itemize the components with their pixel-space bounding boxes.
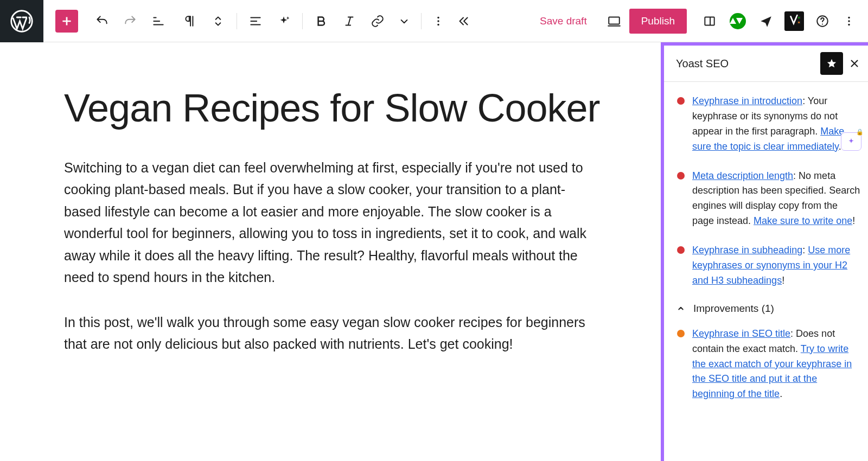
help-button[interactable]: [809, 8, 835, 34]
svg-point-2: [437, 20, 439, 22]
save-draft-button[interactable]: Save draft: [540, 15, 587, 27]
sparkle-icon: [277, 14, 291, 28]
seo-analysis-item: Keyphrase in introduction: Your keyphras…: [677, 94, 861, 155]
redo-button[interactable]: [117, 8, 143, 34]
svg-point-7: [797, 21, 800, 23]
close-icon[interactable]: [848, 57, 860, 69]
seo-item-text: Keyphrase in subheading: Use more keyphr…: [692, 243, 861, 289]
ai-assist-button[interactable]: [271, 8, 297, 34]
seo-analysis-list: Keyphrase in introduction: Your keyphras…: [664, 82, 868, 461]
post-content[interactable]: Switching to a vegan diet can feel overw…: [64, 157, 601, 355]
editor-toolbar: Save draft Publish: [0, 0, 868, 42]
sidebar-header: Yoast SEO: [664, 46, 868, 82]
sparkle-icon: [846, 137, 856, 146]
svg-rect-5: [705, 17, 714, 25]
bold-icon: [314, 14, 328, 28]
seo-item-title-link[interactable]: Keyphrase in SEO title: [692, 328, 790, 339]
block-editor[interactable]: Vegan Recipes for Slow Cooker Switching …: [0, 42, 661, 461]
improvements-section-header[interactable]: Improvements (1): [676, 303, 861, 315]
seo-analysis-item: Keyphrase in SEO title: Does not contain…: [677, 326, 861, 402]
svg-point-10: [848, 20, 850, 22]
preview-button[interactable]: [601, 8, 627, 34]
chevron-down-icon: [397, 14, 411, 28]
paragraph-block[interactable]: Switching to a vegan diet can feel overw…: [64, 157, 601, 289]
list-view-icon: [151, 14, 165, 28]
premium-button[interactable]: [820, 52, 843, 75]
yoast-toggle[interactable]: [781, 8, 807, 34]
wordpress-icon: [10, 10, 33, 33]
move-icon: [211, 14, 225, 28]
redo-icon: [123, 14, 137, 28]
seo-analysis-item: Keyphrase in subheading: Use more keyphr…: [677, 243, 861, 289]
status-dot: [677, 172, 685, 180]
sidebar-icon: [703, 14, 717, 28]
seo-item-action-link[interactable]: Try to write the exact match of your key…: [692, 343, 852, 400]
svg-point-9: [848, 16, 850, 18]
kebab-icon: [842, 14, 856, 28]
send-icon: [759, 14, 773, 28]
seo-item-title-link[interactable]: Keyphrase in subheading: [692, 245, 802, 255]
chevron-up-icon: [676, 304, 686, 313]
settings-sidebar-toggle[interactable]: [697, 8, 723, 34]
improvements-label: Improvements (1): [693, 303, 774, 315]
plus-icon: [60, 14, 74, 28]
jetpack-button[interactable]: [725, 8, 751, 34]
star-icon: [826, 57, 838, 69]
seo-item-action-link[interactable]: Make sure the topic is clear immediately: [692, 126, 844, 152]
bold-button[interactable]: [308, 8, 334, 34]
yoast-seo-sidebar: Yoast SEO Keyphrase in introduction: You…: [661, 42, 868, 461]
separator: [302, 13, 303, 29]
link-icon: [371, 14, 385, 28]
italic-button[interactable]: [336, 8, 362, 34]
publish-button[interactable]: Publish: [629, 9, 687, 34]
align-left-icon: [248, 14, 263, 28]
add-block-button[interactable]: [55, 10, 78, 33]
link-button[interactable]: [365, 8, 391, 34]
seo-item-text: Keyphrase in introduction: Your keyphras…: [692, 94, 861, 155]
seo-item-title-link[interactable]: Meta description length: [692, 170, 793, 181]
help-icon: [815, 14, 829, 28]
seo-item-text: Keyphrase in SEO title: Does not contain…: [692, 326, 861, 402]
separator: [237, 13, 237, 29]
status-dot: [677, 97, 685, 105]
seo-analysis-item: Meta description length: No meta descrip…: [677, 169, 861, 229]
svg-point-1: [437, 16, 439, 18]
jetpack-icon: [730, 13, 746, 29]
sidebar-title: Yoast SEO: [676, 57, 815, 70]
svg-rect-4: [609, 17, 620, 24]
more-rich-text-button[interactable]: [393, 8, 416, 34]
seo-item-title-link[interactable]: Keyphrase in introduction: [692, 95, 802, 106]
post-title[interactable]: Vegan Recipes for Slow Cooker: [64, 86, 601, 131]
seo-item-text: Meta description length: No meta descrip…: [692, 169, 861, 229]
align-button[interactable]: [242, 8, 269, 34]
collapse-toolbar-button[interactable]: [452, 8, 475, 34]
device-icon: [607, 14, 621, 28]
svg-point-6: [797, 16, 800, 19]
more-options-button[interactable]: [838, 8, 860, 34]
block-options-button[interactable]: [427, 8, 450, 34]
svg-point-11: [848, 23, 850, 25]
chevrons-left-icon: [456, 14, 470, 28]
yoast-icon: [784, 11, 804, 31]
pilcrow-icon: [183, 14, 197, 28]
kebab-icon: [431, 14, 445, 28]
document-overview-button[interactable]: [145, 8, 171, 34]
italic-icon: [342, 14, 356, 28]
ai-suggestions-button[interactable]: [841, 132, 861, 151]
move-block-button[interactable]: [205, 8, 231, 34]
seo-item-action-link[interactable]: Make sure to write one: [754, 215, 852, 226]
status-dot: [677, 246, 685, 254]
undo-icon: [95, 14, 109, 28]
undo-button[interactable]: [89, 8, 115, 34]
send-button[interactable]: [753, 8, 779, 34]
svg-point-3: [437, 23, 439, 25]
status-dot: [677, 330, 685, 337]
wordpress-logo[interactable]: [0, 0, 43, 42]
paragraph-block[interactable]: In this post, we'll walk you through som…: [64, 311, 601, 355]
separator: [421, 13, 422, 29]
workspace: Vegan Recipes for Slow Cooker Switching …: [0, 42, 868, 461]
paragraph-button[interactable]: [177, 8, 203, 34]
